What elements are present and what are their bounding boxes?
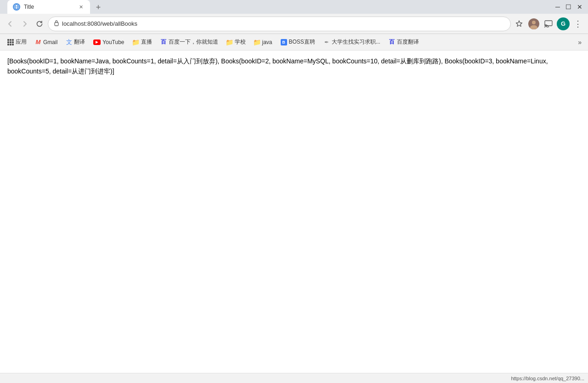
address-input[interactable] bbox=[62, 20, 505, 27]
bookmark-item-java[interactable]: 📁 java bbox=[250, 36, 276, 48]
toolbar-right: G ⋮ bbox=[513, 17, 584, 30]
apps-icon bbox=[7, 39, 14, 45]
svg-point-5 bbox=[530, 25, 537, 29]
forward-button[interactable] bbox=[18, 17, 31, 30]
bookmark-label-school: 学校 bbox=[235, 38, 246, 46]
bookmark-item-translate[interactable]: 文 翻译 bbox=[62, 36, 89, 48]
bookmark-label-zhibao: 直播 bbox=[141, 38, 152, 46]
status-bar: https://blog.csdn.net/qq_27390... bbox=[0, 373, 588, 383]
title-bar: Title ✕ + ─ ☐ ✕ bbox=[0, 0, 588, 14]
bookmark-label-boss: BOSS直聘 bbox=[289, 38, 315, 46]
folder-icon-java: 📁 bbox=[254, 39, 260, 45]
star-button[interactable] bbox=[513, 17, 526, 30]
bookmark-item-gmail[interactable]: M Gmail bbox=[31, 36, 61, 48]
profile-photo-button[interactable] bbox=[527, 17, 540, 30]
active-tab[interactable]: Title ✕ bbox=[7, 0, 90, 14]
bookmark-item-youtube[interactable]: YouTube bbox=[90, 36, 128, 48]
status-url: https://blog.csdn.net/qq_27390... bbox=[511, 376, 584, 381]
page-text-content: [Books(bookID=1, bookName=Java, bookCoun… bbox=[7, 56, 581, 77]
bookmark-item-job[interactable]: ✒ 大学生找实习求职... bbox=[320, 36, 384, 48]
bookmark-label-youtube: YouTube bbox=[102, 39, 124, 45]
toolbar: G ⋮ bbox=[0, 14, 588, 34]
maximize-button[interactable]: ☐ bbox=[565, 4, 571, 10]
bookmark-label-java: java bbox=[262, 39, 272, 45]
more-options-button[interactable]: ⋮ bbox=[571, 17, 584, 30]
browser-window: Title ✕ + ─ ☐ ✕ bbox=[0, 0, 588, 383]
close-button[interactable]: ✕ bbox=[577, 4, 582, 10]
bookmark-item-boss[interactable]: B BOSS直聘 bbox=[277, 36, 319, 48]
tab-favicon bbox=[13, 3, 20, 11]
page-content: [Books(bookID=1, bookName=Java, bookCoun… bbox=[0, 51, 588, 383]
avatar[interactable]: G bbox=[557, 17, 570, 30]
bookmarks-bar: 应用 M Gmail 文 翻译 YouTube 📁 直播 百 百度一下，你就知道 bbox=[0, 34, 588, 51]
tab-close-button[interactable]: ✕ bbox=[77, 3, 85, 11]
bookmark-item-apps[interactable]: 应用 bbox=[4, 36, 30, 48]
bookmark-label-translate: 翻译 bbox=[74, 38, 85, 46]
tab-strip: Title ✕ + bbox=[7, 0, 105, 14]
security-icon bbox=[54, 20, 59, 28]
window-controls: ─ ☐ ✕ bbox=[555, 4, 582, 10]
svg-point-4 bbox=[532, 21, 536, 24]
reload-button[interactable] bbox=[33, 17, 46, 30]
bookmark-item-baidufanyi[interactable]: 百 百度翻译 bbox=[385, 36, 423, 48]
bookmark-item-school[interactable]: 📁 学校 bbox=[223, 36, 249, 48]
bookmark-label-baidufanyi: 百度翻译 bbox=[397, 38, 419, 46]
new-tab-button[interactable]: + bbox=[92, 1, 105, 14]
baidu2-icon: 百 bbox=[389, 39, 395, 45]
folder-icon-zhibao: 📁 bbox=[133, 39, 139, 45]
bookmark-label-apps: 应用 bbox=[16, 38, 27, 46]
bookmark-item-zhibao[interactable]: 📁 直播 bbox=[129, 36, 156, 48]
svg-point-7 bbox=[544, 27, 545, 28]
bookmark-label-job: 大学生找实习求职... bbox=[332, 38, 380, 46]
boss-icon: B bbox=[281, 39, 287, 45]
back-button[interactable] bbox=[4, 17, 17, 30]
gmail-icon: M bbox=[35, 39, 41, 45]
bookmark-item-baidu[interactable]: 百 百度一下，你就知道 bbox=[157, 36, 222, 48]
bookmark-label-gmail: Gmail bbox=[43, 39, 57, 45]
folder-icon-school: 📁 bbox=[226, 39, 233, 45]
cast-button[interactable] bbox=[542, 17, 555, 30]
baidu-icon: 百 bbox=[160, 39, 167, 45]
bookmark-label-baidu: 百度一下，你就知道 bbox=[169, 38, 218, 46]
bookmarks-more-button[interactable]: » bbox=[575, 37, 584, 48]
translate-icon: 文 bbox=[66, 39, 72, 45]
address-bar-container[interactable] bbox=[48, 17, 511, 31]
minimize-button[interactable]: ─ bbox=[555, 4, 560, 10]
svg-rect-3 bbox=[55, 23, 58, 26]
job-icon: ✒ bbox=[323, 39, 330, 45]
tab-title: Title bbox=[24, 4, 74, 10]
youtube-icon bbox=[93, 39, 101, 45]
